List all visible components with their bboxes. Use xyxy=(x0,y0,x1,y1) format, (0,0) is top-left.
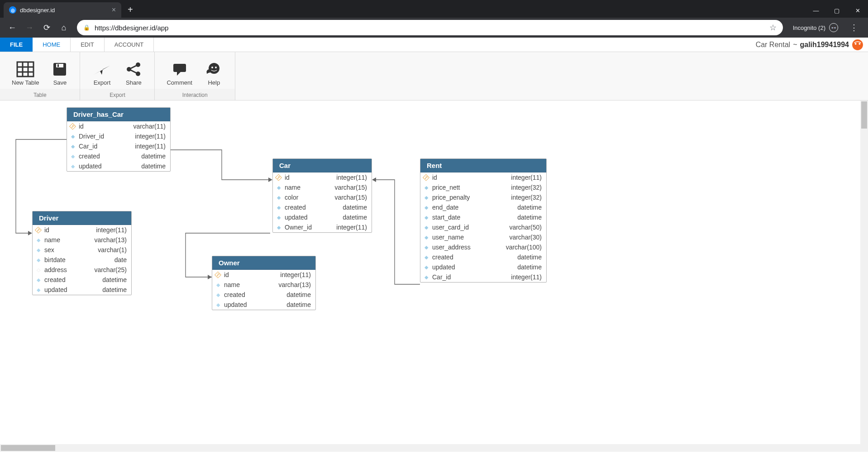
field-type: datetime xyxy=(343,204,367,211)
field-created[interactable]: ◆createddatetime xyxy=(67,151,170,161)
field-name: start_date xyxy=(432,214,460,221)
field-price_nett[interactable]: ◆price_nettinteger(32) xyxy=(420,182,546,192)
reload-button[interactable]: ⟳ xyxy=(39,20,54,35)
incognito-indicator[interactable]: Incognito (2) 👓 xyxy=(788,23,843,32)
new-table-button[interactable]: New Table xyxy=(5,57,45,88)
field-name[interactable]: ◆namevarchar(13) xyxy=(212,280,315,290)
field-updated[interactable]: ◆updateddatetime xyxy=(273,212,372,222)
bookmark-star-icon[interactable]: ☆ xyxy=(769,23,777,33)
field-name[interactable]: ◆namevarchar(15) xyxy=(273,182,372,192)
field-id[interactable]: ⚿idinteger(11) xyxy=(420,172,546,182)
field-name: created xyxy=(79,153,100,160)
github-icon[interactable] xyxy=(852,39,863,51)
minimize-button[interactable]: — xyxy=(806,3,826,18)
diagram-canvas[interactable]: Driver_has_Car⚿idvarchar(11)◆Driver_idin… xyxy=(0,100,868,452)
table-header[interactable]: Rent xyxy=(420,159,546,172)
field-id[interactable]: ⚿idinteger(11) xyxy=(273,172,372,182)
field-user_name[interactable]: ◆user_namevarchar(30) xyxy=(420,232,546,242)
field-type: datetime xyxy=(517,254,542,261)
vertical-scrollbar[interactable] xyxy=(860,100,868,444)
field-updated[interactable]: ◆updateddatetime xyxy=(212,300,315,310)
field-created[interactable]: ◆createddatetime xyxy=(420,252,546,262)
field-type: varchar(30) xyxy=(509,234,542,241)
back-button[interactable]: ← xyxy=(5,20,20,35)
menu-home[interactable]: HOME xyxy=(33,38,71,52)
comment-button[interactable]: Comment xyxy=(160,57,198,88)
field-color[interactable]: ◆colorvarchar(15) xyxy=(273,192,372,202)
field-updated[interactable]: ◆updateddatetime xyxy=(67,161,170,171)
table-rent[interactable]: Rent⚿idinteger(11)◆price_nettinteger(32)… xyxy=(420,158,547,282)
table-header[interactable]: Car xyxy=(273,159,372,172)
field-updated[interactable]: ◆updateddatetime xyxy=(420,262,546,272)
forward-button[interactable]: → xyxy=(22,20,37,35)
field-owner_id[interactable]: ◆Owner_idinteger(11) xyxy=(273,222,372,232)
field-user_card_id[interactable]: ◆user_card_idvarchar(50) xyxy=(420,222,546,232)
field-start_date[interactable]: ◆start_datedatetime xyxy=(420,212,546,222)
field-name: user_address xyxy=(432,244,471,251)
new-table-icon xyxy=(16,59,34,79)
tab-title: dbdesigner.id xyxy=(20,7,55,14)
ribbon-toolbar: New TableSaveTableExportShareExportComme… xyxy=(0,52,868,100)
maximize-button[interactable]: ▢ xyxy=(826,3,847,18)
new-table-label: New Table xyxy=(12,79,39,86)
field-address[interactable]: ◇addressvarchar(25) xyxy=(33,265,131,275)
field-price_penalty[interactable]: ◆price_penaltyinteger(32) xyxy=(420,192,546,202)
table-owner[interactable]: Owner⚿idinteger(11)◆namevarchar(13)◆crea… xyxy=(212,256,316,310)
svg-marker-23 xyxy=(372,177,376,182)
scrollbar-thumb[interactable] xyxy=(861,101,867,129)
address-bar[interactable]: 🔒 https://dbdesigner.id/app ☆ xyxy=(77,20,783,35)
field-type: datetime xyxy=(102,276,127,283)
table-header[interactable]: Owner xyxy=(212,256,315,270)
field-type: integer(32) xyxy=(511,194,542,201)
field-type: datetime xyxy=(517,214,542,221)
field-type: integer(32) xyxy=(511,184,542,191)
field-updated[interactable]: ◆updateddatetime xyxy=(33,285,131,295)
field-name[interactable]: ◆namevarchar(13) xyxy=(33,235,131,245)
field-user_address[interactable]: ◆user_addressvarchar(100) xyxy=(420,242,546,252)
svg-point-18 xyxy=(211,67,213,68)
save-button[interactable]: Save xyxy=(45,57,74,88)
incognito-icon: 👓 xyxy=(829,23,838,32)
field-end_date[interactable]: ◆end_datedatetime xyxy=(420,202,546,212)
field-created[interactable]: ◆createddatetime xyxy=(33,275,131,285)
svg-rect-16 xyxy=(173,64,186,72)
horizontal-scrollbar[interactable] xyxy=(0,444,860,452)
browser-tab[interactable]: ◎ dbdesigner.id × xyxy=(4,2,121,18)
table-driver[interactable]: Driver⚿idinteger(11)◆namevarchar(13)◆sex… xyxy=(32,211,132,295)
field-name: price_penalty xyxy=(432,194,470,201)
new-tab-button[interactable]: + xyxy=(121,2,139,18)
field-birtdate[interactable]: ◆birtdatedate xyxy=(33,255,131,265)
field-name: name xyxy=(44,236,60,244)
close-window-button[interactable]: ✕ xyxy=(847,3,868,18)
export-button[interactable]: Export xyxy=(86,57,118,88)
field-name: Car_id xyxy=(79,143,97,150)
menu-file[interactable]: FILE xyxy=(0,38,33,52)
help-icon xyxy=(205,59,223,79)
field-car_id[interactable]: ◆Car_idinteger(11) xyxy=(420,272,546,282)
share-button[interactable]: Share xyxy=(118,57,149,88)
browser-menu-button[interactable]: ⋮ xyxy=(844,23,863,33)
close-tab-icon[interactable]: × xyxy=(112,6,116,14)
ribbon-group-interaction: CommentHelpInteraction xyxy=(155,52,235,100)
table-driver_has_car[interactable]: Driver_has_Car⚿idvarchar(11)◆Driver_idin… xyxy=(67,107,171,172)
field-id[interactable]: ⚿idinteger(11) xyxy=(33,225,131,235)
help-button[interactable]: Help xyxy=(199,57,229,88)
field-created[interactable]: ◆createddatetime xyxy=(273,202,372,212)
menu-edit[interactable]: EDIT xyxy=(71,38,105,52)
field-id[interactable]: ⚿idvarchar(11) xyxy=(67,121,170,131)
table-header[interactable]: Driver_has_Car xyxy=(67,108,170,121)
scrollbar-thumb[interactable] xyxy=(1,445,55,451)
table-header[interactable]: Driver xyxy=(33,211,131,225)
menu-account[interactable]: ACCOUNT xyxy=(105,38,154,52)
field-name: name xyxy=(285,184,300,191)
field-created[interactable]: ◆createddatetime xyxy=(212,290,315,300)
field-sex[interactable]: ◆sexvarchar(1) xyxy=(33,245,131,255)
field-car_id[interactable]: ◆Car_idinteger(11) xyxy=(67,141,170,151)
favicon: ◎ xyxy=(9,6,16,14)
home-button[interactable]: ⌂ xyxy=(56,20,72,35)
field-driver_id[interactable]: ◆Driver_idinteger(11) xyxy=(67,131,170,141)
field-id[interactable]: ⚿idinteger(11) xyxy=(212,270,315,280)
app-menubar: FILE HOME EDIT ACCOUNT Car Rental ~ gali… xyxy=(0,38,868,52)
table-car[interactable]: Car⚿idinteger(11)◆namevarchar(15)◆colorv… xyxy=(272,158,372,233)
ribbon-group-label: Table xyxy=(0,89,80,100)
